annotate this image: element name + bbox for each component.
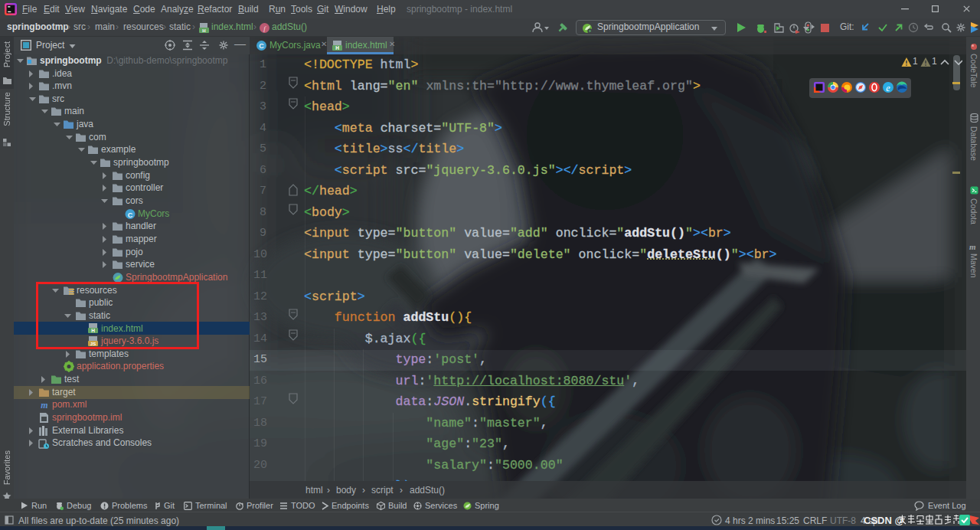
svg-text:C: C — [259, 42, 264, 50]
svg-text:H: H — [335, 45, 339, 51]
svg-text:m: m — [41, 400, 47, 411]
svg-text:H: H — [202, 28, 205, 33]
svg-text:C: C — [128, 211, 133, 219]
svg-text:e: e — [886, 83, 890, 93]
